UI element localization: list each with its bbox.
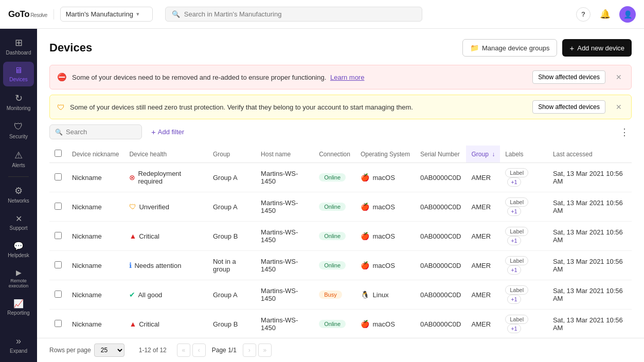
cell-group: Group A	[208, 280, 256, 310]
cell-last-accessed: Sat, 13 Mar 2021 10:56 AM	[548, 251, 632, 280]
col-group2[interactable]: Group ↓	[466, 146, 500, 163]
cell-health: ⊗ Redeployment required	[124, 163, 208, 192]
cell-serial: 0AB0000C0D	[415, 251, 467, 280]
label-plus: +1	[507, 265, 521, 275]
show-affected-devices-button-2[interactable]: Show affected devices	[532, 100, 605, 114]
col-group[interactable]: Group	[208, 146, 256, 163]
company-selector[interactable]: Martin's Manufacturing ▾	[60, 7, 153, 22]
topbar-search[interactable]: 🔍	[165, 7, 422, 22]
device-search-wrap[interactable]: 🔍	[49, 124, 142, 139]
col-hostname[interactable]: Host name	[256, 146, 314, 163]
alert-learn-more-link[interactable]: Learn more	[330, 74, 364, 81]
select-all-checkbox[interactable]	[55, 150, 62, 157]
sidebar-item-networks[interactable]: ⚙ Networks	[3, 181, 34, 208]
table-options-button[interactable]: ⋮	[617, 125, 632, 139]
row-checkbox[interactable]	[55, 232, 62, 239]
reporting-icon: 📈	[13, 299, 24, 309]
cell-hostname: Martins-WS-1450	[256, 310, 314, 338]
label-chip: Label	[505, 227, 528, 236]
row-checkbox[interactable]	[55, 320, 62, 327]
row-checkbox[interactable]	[55, 203, 62, 210]
show-affected-devices-button-1[interactable]: Show affected devices	[532, 70, 605, 84]
col-last-accessed[interactable]: Last accessed	[548, 146, 632, 163]
col-labels[interactable]: Labels	[500, 146, 548, 163]
cell-health: ▲ Critical	[124, 222, 208, 251]
cell-nickname: Nickname	[67, 192, 124, 222]
notifications-button[interactable]: 🔔	[597, 6, 613, 23]
plus-filter-icon: +	[151, 128, 156, 136]
next-page-button[interactable]: ›	[243, 343, 256, 357]
close-alert-1-button[interactable]: ✕	[614, 72, 624, 82]
topbar: GoToResolve Martin's Manufacturing ▾ 🔍 ?…	[0, 0, 644, 29]
cell-connection: Online	[314, 163, 355, 192]
topbar-search-input[interactable]	[184, 10, 416, 18]
close-alert-2-button[interactable]: ✕	[614, 102, 624, 112]
sidebar-item-support[interactable]: ✕ Support	[3, 210, 34, 235]
sidebar-item-devices[interactable]: 🖥 Devices	[3, 62, 34, 86]
table-header-row: Device nickname Device health Group Host…	[49, 146, 632, 163]
sidebar-divider	[8, 176, 29, 177]
col-os[interactable]: Operating System	[355, 146, 415, 163]
page-header: Devices 📁 Manage device groups + Add new…	[49, 39, 632, 57]
topbar-actions: ? 🔔 👤	[576, 6, 636, 23]
sidebar-item-remote[interactable]: ▶ Remote execution	[3, 264, 34, 293]
row-checkbox[interactable]	[55, 291, 62, 298]
sidebar-expand-button[interactable]: » Expand	[3, 332, 34, 358]
rows-per-page-select[interactable]: 25 10 50 100	[94, 343, 124, 357]
expand-icon: »	[16, 336, 21, 347]
col-connection[interactable]: Connection	[314, 146, 355, 163]
os-icon: 🍎	[361, 173, 369, 182]
cell-group2: AMER	[466, 163, 500, 192]
cell-labels: Label +1	[500, 280, 548, 310]
add-filter-button[interactable]: + Add filter	[147, 125, 188, 138]
sidebar-item-reporting[interactable]: 📈 Reporting	[3, 295, 34, 320]
sidebar-item-security[interactable]: 🛡 Security	[3, 117, 34, 143]
cell-serial: 0AB0000C0D	[415, 310, 467, 338]
sort-down-icon: ↓	[492, 151, 495, 158]
sidebar-item-dashboard[interactable]: ⊞ Dashboard	[3, 33, 34, 60]
col-serial[interactable]: Serial Number	[415, 146, 467, 163]
row-checkbox[interactable]	[55, 261, 62, 268]
label-plus: +1	[507, 207, 521, 216]
cell-connection: Busy	[314, 280, 355, 310]
col-health[interactable]: Device health	[124, 146, 208, 163]
logo-area: GoToResolve	[8, 9, 54, 20]
connection-badge: Busy	[319, 291, 342, 299]
cell-hostname: Martins-WS-1450	[256, 192, 314, 222]
first-page-button[interactable]: «	[177, 343, 190, 357]
sidebar-label-support: Support	[9, 225, 27, 231]
manage-groups-button[interactable]: 📁 Manage device groups	[462, 39, 558, 57]
sidebar-label-helpdesk: Helpdesk	[8, 252, 29, 258]
os-icon: 🍎	[361, 261, 369, 269]
cell-os: 🍎 macOS	[355, 163, 415, 192]
row-checkbox[interactable]	[55, 173, 62, 180]
sidebar: ⊞ Dashboard 🖥 Devices ↻ Monitoring 🛡 Sec…	[0, 29, 37, 362]
add-device-button[interactable]: + Add new device	[562, 39, 632, 57]
plus-icon: +	[569, 44, 574, 52]
cell-connection: Online	[314, 251, 355, 280]
col-nickname[interactable]: Device nickname	[67, 146, 124, 163]
last-page-button[interactable]: »	[258, 343, 272, 357]
sidebar-item-alerts[interactable]: ⚠ Alerts	[3, 146, 34, 172]
prev-page-button[interactable]: ‹	[192, 343, 206, 357]
cell-labels: Label +1	[500, 251, 548, 280]
cell-hostname: Martins-WS-1450	[256, 251, 314, 280]
goto-logo: GoToResolve	[8, 9, 47, 20]
cell-health: 🛡 Unverified	[124, 192, 208, 222]
page-navigation: « ‹ Page 1/1 › »	[177, 343, 272, 357]
avatar[interactable]: 👤	[619, 6, 636, 23]
table-row: Nickname ▲ Critical Group B Martins-WS-1…	[49, 310, 632, 338]
connection-badge: Online	[319, 261, 346, 269]
folder-icon: 📁	[470, 44, 479, 52]
label-plus: +1	[507, 295, 521, 304]
cell-group: Not in a group	[208, 251, 256, 280]
table-row: Nickname 🛡 Unverified Group A Martins-WS…	[49, 192, 632, 222]
help-button[interactable]: ?	[576, 7, 591, 22]
cell-os: 🍎 macOS	[355, 192, 415, 222]
sidebar-item-helpdesk[interactable]: 💬 Helpdesk	[3, 237, 34, 262]
cell-group: Group B	[208, 222, 256, 251]
os-icon: 🍎	[361, 232, 369, 240]
cell-group: Group A	[208, 192, 256, 222]
device-search-input[interactable]	[66, 128, 122, 136]
sidebar-item-monitoring[interactable]: ↻ Monitoring	[3, 88, 34, 115]
